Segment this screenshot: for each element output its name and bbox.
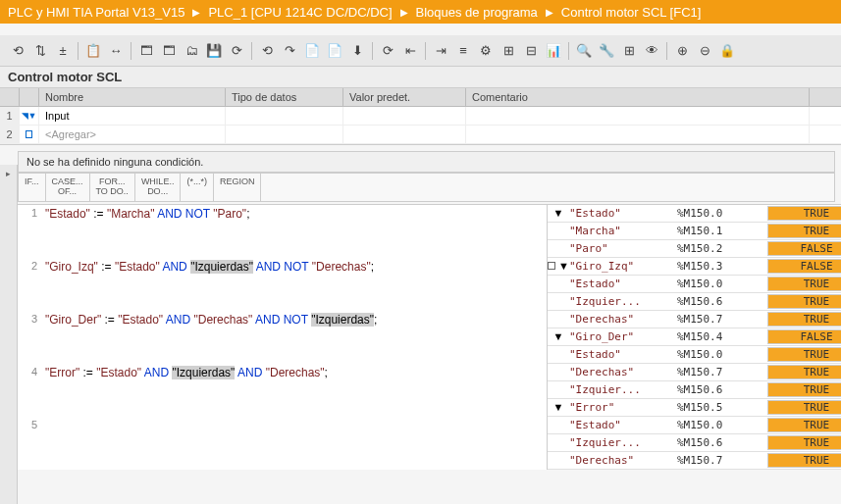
watch-value: TRUE xyxy=(767,382,841,397)
watch-row[interactable]: "Derechas"%M150.7TRUE xyxy=(548,452,841,470)
toolbar-btn-26[interactable]: 👁 xyxy=(642,41,661,61)
toolbar-btn-16[interactable]: ⇤ xyxy=(400,41,420,61)
collapse-arrow-icon[interactable]: ▼ xyxy=(548,207,569,219)
code-text[interactable]: "Error" := "Estado" AND "Izquierdas" AND… xyxy=(45,366,328,379)
snippet-btn[interactable]: FOR...TO DO.. xyxy=(90,174,135,201)
col-type[interactable]: Tipo de datos xyxy=(226,88,343,106)
watch-value: TRUE xyxy=(767,365,841,379)
expand-icon[interactable]: ◥ ▼ xyxy=(20,107,39,125)
toolbar-btn-2[interactable]: ± xyxy=(53,41,73,61)
watch-row[interactable]: ▼"Giro_Der"%M150.4FALSE xyxy=(548,328,841,346)
watch-row[interactable]: ▼"Error"%M150.5TRUE xyxy=(548,399,841,417)
collapse-arrow-icon[interactable]: ▼ xyxy=(548,330,569,342)
toolbar-btn-28[interactable]: ⊖ xyxy=(695,41,714,61)
col-comment[interactable]: Comentario xyxy=(466,88,810,106)
toolbar-btn-4[interactable]: ↔ xyxy=(106,41,126,61)
watch-row[interactable]: ▼"Giro_Izq"%M150.3FALSE xyxy=(548,258,841,276)
toolbar-btn-21[interactable]: ⊟ xyxy=(521,41,541,61)
snippet-btn[interactable]: (*...*) xyxy=(181,174,214,201)
cell[interactable] xyxy=(226,107,343,125)
watch-row[interactable]: "Derechas"%M150.7TRUE xyxy=(548,311,841,328)
code-line[interactable]: 1"Estado" := "Marcha" AND NOT "Paro"; xyxy=(18,205,547,223)
toolbar-btn-11[interactable]: ↷ xyxy=(280,41,299,61)
condition-bar: No se ha definido ninguna condición. xyxy=(18,151,835,173)
cell[interactable] xyxy=(226,126,343,143)
toolbar-btn-17[interactable]: ⇥ xyxy=(431,41,450,61)
bc-plc[interactable]: PLC_1 [CPU 1214C DC/DC/DC] xyxy=(208,5,392,20)
expand-icon[interactable] xyxy=(20,126,39,143)
code-line[interactable]: 5 xyxy=(18,417,547,434)
cell[interactable] xyxy=(343,107,466,125)
toolbar-btn-8[interactable]: 💾 xyxy=(204,41,224,61)
watch-row[interactable]: "Estado"%M150.0TRUE xyxy=(548,417,841,434)
bc-block[interactable]: Control motor SCL [FC1] xyxy=(561,5,702,20)
toolbar-btn-12[interactable]: 📄 xyxy=(302,41,322,61)
code-line[interactable]: 4"Error" := "Estado" AND "Izquierdas" AN… xyxy=(18,364,547,381)
watch-row[interactable]: "Marcha"%M150.1TRUE xyxy=(548,223,841,240)
chevron-icon: ▶ xyxy=(192,7,200,18)
toolbar-btn-14[interactable]: ⬇ xyxy=(347,41,367,61)
toolbar-btn-24[interactable]: 🔧 xyxy=(597,41,616,61)
cell[interactable] xyxy=(466,126,810,143)
cell[interactable] xyxy=(343,126,466,143)
watch-name: "Estado" xyxy=(569,348,677,361)
watch-row[interactable]: "Paro"%M150.2FALSE xyxy=(548,240,841,258)
code-text[interactable]: "Giro_Izq" := "Estado" AND "Izquierdas" … xyxy=(45,260,374,274)
snippet-btn[interactable]: REGION xyxy=(214,174,262,201)
watch-row[interactable]: "Estado"%M150.0TRUE xyxy=(548,346,841,364)
watch-row[interactable]: "Izquier...%M150.6TRUE xyxy=(548,293,841,311)
toolbar-btn-20[interactable]: ⊞ xyxy=(499,41,518,61)
watch-row[interactable]: "Izquier...%M150.6TRUE xyxy=(548,381,841,399)
code-text[interactable]: "Estado" := "Marcha" AND NOT "Paro"; xyxy=(45,207,249,221)
watch-addr: %M150.7 xyxy=(677,313,765,326)
snippet-btn[interactable]: IF... xyxy=(19,174,46,201)
col-name[interactable]: Nombre xyxy=(39,88,226,106)
toolbar-btn-29[interactable]: 🔒 xyxy=(717,41,737,61)
collapse-arrow-icon[interactable]: ▼ xyxy=(548,260,569,272)
code-line[interactable]: 2"Giro_Izq" := "Estado" AND "Izquierdas"… xyxy=(18,258,547,276)
snippet-btn[interactable]: CASE...OF... xyxy=(46,174,90,201)
snippet-btn[interactable]: WHILE..DO... xyxy=(135,174,182,201)
toolbar-btn-1[interactable]: ⇅ xyxy=(30,41,50,61)
param-row[interactable]: 1◥ ▼Input xyxy=(0,107,841,126)
param-row[interactable]: 2 <Agregar> xyxy=(0,126,841,144)
toolbar-btn-3[interactable]: 📋 xyxy=(83,41,103,61)
toolbar-btn-18[interactable]: ≡ xyxy=(453,41,473,61)
collapse-arrow-icon[interactable]: ▼ xyxy=(548,401,569,413)
toolbar-btn-13[interactable]: 📄 xyxy=(325,41,344,61)
watch-row[interactable]: "Estado"%M150.0TRUE xyxy=(548,276,841,293)
param-name[interactable]: <Agregar> xyxy=(39,126,226,143)
watch-name: "Derechas" xyxy=(569,313,677,326)
code-editor[interactable]: 1"Estado" := "Marcha" AND NOT "Paro";2"G… xyxy=(18,205,548,470)
toolbar-btn-0[interactable]: ⟲ xyxy=(8,41,27,61)
toolbar-btn-23[interactable]: 🔍 xyxy=(574,41,594,61)
watch-row[interactable]: "Izquier...%M150.6TRUE xyxy=(548,434,841,452)
watch-row[interactable]: ▼"Estado"%M150.0TRUE xyxy=(548,205,841,223)
toolbar-btn-9[interactable]: ⟳ xyxy=(227,41,246,61)
watch-row[interactable]: "Derechas"%M150.7TRUE xyxy=(548,364,841,381)
watch-name: "Estado" xyxy=(569,419,677,431)
bc-folder[interactable]: Bloques de programa xyxy=(416,5,538,20)
toolbar-btn-25[interactable]: ⊞ xyxy=(619,41,639,61)
param-name[interactable]: Input xyxy=(39,107,226,125)
toolbar-btn-6[interactable]: 🗔 xyxy=(159,41,179,61)
toolbar-btn-15[interactable]: ⟳ xyxy=(378,41,397,61)
toolbar-btn-22[interactable]: 📊 xyxy=(544,41,563,61)
toolbar-btn-5[interactable]: 🗔 xyxy=(136,41,156,61)
col-default[interactable]: Valor predet. xyxy=(343,88,466,106)
code-line[interactable] xyxy=(18,223,547,258)
code-line[interactable] xyxy=(18,328,547,364)
watch-addr: %M150.0 xyxy=(677,419,765,431)
code-text[interactable]: "Giro_Der" := "Estado" AND "Derechas" AN… xyxy=(45,313,377,327)
toolbar-btn-19[interactable]: ⚙ xyxy=(476,41,496,61)
bc-project[interactable]: PLC y HMI TIA Portal V13_V15 xyxy=(8,5,184,20)
code-line[interactable] xyxy=(18,381,547,417)
cell[interactable] xyxy=(466,107,810,125)
code-line[interactable]: 3"Giro_Der" := "Estado" AND "Derechas" A… xyxy=(18,311,547,328)
toolbar-btn-10[interactable]: ⟲ xyxy=(257,41,277,61)
collapse-icon[interactable]: ▸ xyxy=(0,165,17,182)
line-num: 5 xyxy=(18,419,45,430)
toolbar-btn-27[interactable]: ⊕ xyxy=(672,41,692,61)
code-line[interactable] xyxy=(18,276,547,311)
toolbar-btn-7[interactable]: 🗂 xyxy=(182,41,201,61)
